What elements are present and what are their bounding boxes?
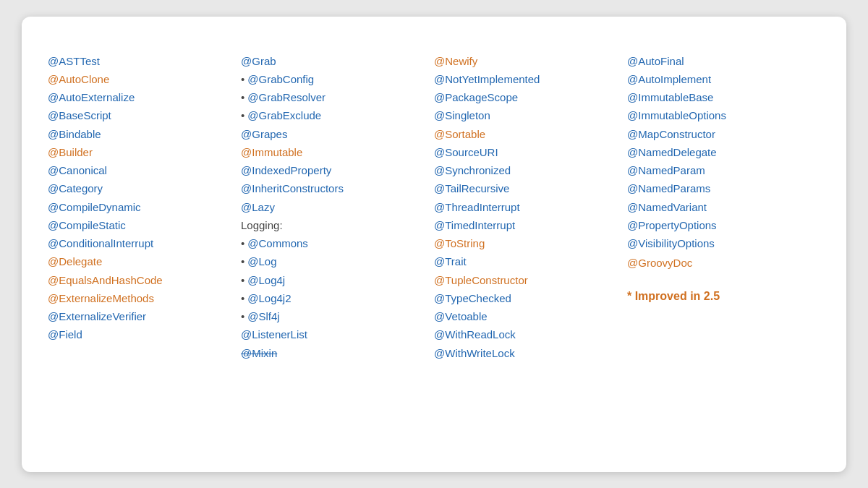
col1-item-0: @ASTTest: [48, 53, 235, 69]
col1-item-10: @ConditionalInterrupt: [48, 235, 235, 252]
col3-item-10: @ToString: [434, 235, 621, 252]
bullet-icon: •: [241, 71, 244, 87]
col4-item-15: * Improved in 2.5: [627, 288, 814, 306]
col2-item-4: @Grapes: [241, 126, 428, 142]
col3-item-3: @Singleton: [434, 107, 621, 124]
col4-item-2: @ImmutableBase: [627, 89, 814, 106]
col1-item-2: @AutoExternalize: [48, 89, 235, 106]
col3-item-15: @WithReadLock: [434, 326, 621, 343]
col1-item-12: @EqualsAndHashCode: [48, 272, 235, 288]
col4-item-12: @GroovyDoc: [627, 254, 814, 271]
col2-item-9: Logging:: [241, 217, 428, 234]
col2-item-15: @ListenerList: [241, 326, 428, 343]
col4-item-7: @NamedParams: [627, 180, 814, 197]
col4-item-10: @VisibilityOptions: [627, 235, 814, 252]
col4-item-4: @MapConstructor: [627, 126, 814, 142]
col3-item-0: @Newify: [434, 53, 621, 69]
col2-item-16: @Mixin: [241, 345, 428, 361]
strikethrough-text: @Mixin: [241, 347, 277, 359]
col3-item-8: @ThreadInterrupt: [434, 199, 621, 215]
col2-item-3: • @GrabExclude: [241, 107, 428, 124]
column-4: @AutoFinal@AutoImplement@ImmutableBase@I…: [627, 53, 820, 361]
col1-item-1: @AutoClone: [48, 71, 235, 87]
col4-item-5: @NamedDelegate: [627, 144, 814, 160]
col4-item-9: @PropertyOptions: [627, 217, 814, 234]
bullet-icon: •: [241, 89, 244, 106]
bullet-text: @Log4j2: [247, 290, 291, 307]
col2-item-13: • @Log4j2: [241, 290, 428, 307]
col3-item-6: @Synchronized: [434, 162, 621, 179]
bullet-icon: •: [241, 107, 244, 124]
col3-item-1: @NotYetImplemented: [434, 71, 621, 87]
col4-item-8: @NamedVariant: [627, 199, 814, 215]
col3-item-9: @TimedInterrupt: [434, 217, 621, 234]
col1-item-4: @Bindable: [48, 126, 235, 142]
col1-item-6: @Canonical: [48, 162, 235, 179]
bullet-text: @GrabConfig: [247, 71, 314, 87]
col3-item-16: @WithWriteLock: [434, 345, 621, 361]
column-2: @Grab• @GrabConfig• @GrabResolver• @Grab…: [241, 53, 434, 361]
col1-item-15: @Field: [48, 326, 235, 343]
col2-item-14: • @Slf4j: [241, 308, 428, 325]
main-card: @ASTTest@AutoClone@AutoExternalize@BaseS…: [22, 17, 846, 472]
bullet-icon: •: [241, 308, 244, 325]
col4-item-1: @AutoImplement: [627, 71, 814, 87]
col1-item-7: @Category: [48, 180, 235, 197]
col3-item-7: @TailRecursive: [434, 180, 621, 197]
column-1: @ASTTest@AutoClone@AutoExternalize@BaseS…: [48, 53, 241, 361]
bullet-text: @Log: [247, 253, 276, 270]
col2-item-10: • @Commons: [241, 235, 428, 252]
col1-item-9: @CompileStatic: [48, 217, 235, 234]
col2-item-7: @InheritConstructors: [241, 180, 428, 197]
col3-item-14: @Vetoable: [434, 308, 621, 325]
col3-item-11: @Trait: [434, 253, 621, 270]
col3-item-4: @Sortable: [434, 126, 621, 142]
bullet-text: @Commons: [247, 235, 308, 252]
col1-item-8: @CompileDynamic: [48, 199, 235, 215]
col3-item-5: @SourceURI: [434, 144, 621, 160]
bullet-text: @Log4j: [247, 272, 285, 288]
col1-item-11: @Delegate: [48, 253, 235, 270]
bullet-icon: •: [241, 235, 244, 252]
content-area: @ASTTest@AutoClone@AutoExternalize@BaseS…: [48, 53, 820, 361]
col3-item-13: @TypeChecked: [434, 290, 621, 307]
bullet-icon: •: [241, 272, 244, 288]
bullet-text: @GrabExclude: [247, 107, 321, 124]
col1-item-5: @Builder: [48, 144, 235, 160]
col1-item-14: @ExternalizeVerifier: [48, 308, 235, 325]
col2-item-12: • @Log4j: [241, 272, 428, 288]
col4-item-3: @ImmutableOptions: [627, 107, 814, 124]
bullet-icon: •: [241, 253, 244, 270]
col4-item-0: @AutoFinal: [627, 53, 814, 69]
col2-item-1: • @GrabConfig: [241, 71, 428, 87]
col4-item-6: @NamedParam: [627, 162, 814, 179]
column-3: @Newify@NotYetImplemented@PackageScope@S…: [434, 53, 627, 361]
col2-item-8: @Lazy: [241, 199, 428, 215]
col2-item-0: @Grab: [241, 53, 428, 69]
bullet-text: @GrabResolver: [247, 89, 326, 106]
col3-item-12: @TupleConstructor: [434, 272, 621, 288]
bullet-icon: •: [241, 290, 244, 307]
col2-item-2: • @GrabResolver: [241, 89, 428, 106]
col1-item-3: @BaseScript: [48, 107, 235, 124]
col2-item-11: • @Log: [241, 253, 428, 270]
bullet-text: @Slf4j: [247, 308, 279, 325]
col2-item-6: @IndexedProperty: [241, 162, 428, 179]
col1-item-13: @ExternalizeMethods: [48, 290, 235, 307]
col3-item-2: @PackageScope: [434, 89, 621, 106]
col2-item-5: @Immutable: [241, 144, 428, 160]
